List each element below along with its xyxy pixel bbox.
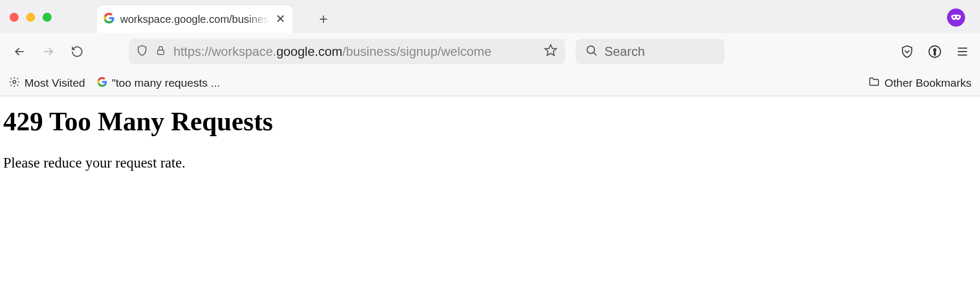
bookmark-too-many-requests[interactable]: "too many requests ...	[97, 77, 220, 90]
minimize-window-button[interactable]	[26, 13, 35, 22]
search-icon	[585, 44, 598, 59]
tab-strip: workspace.google.com/business ✕ +	[97, 0, 334, 33]
shield-icon[interactable]	[136, 44, 148, 59]
maximize-window-button[interactable]	[43, 13, 52, 22]
google-favicon-icon	[97, 77, 107, 90]
svg-point-5	[934, 49, 936, 51]
svg-point-3	[587, 46, 595, 54]
folder-icon	[868, 76, 881, 90]
close-tab-icon[interactable]: ✕	[275, 12, 286, 26]
browser-tab[interactable]: workspace.google.com/business ✕	[97, 5, 293, 33]
bookmark-other-bookmarks[interactable]: Other Bookmarks	[868, 76, 971, 90]
bookmark-star-icon[interactable]	[544, 44, 558, 60]
error-message: Please reduce your request rate.	[3, 155, 977, 171]
bookmark-label: Most Visited	[24, 77, 85, 89]
profile-private-badge[interactable]	[947, 9, 965, 27]
forward-button[interactable]	[39, 43, 57, 61]
search-placeholder: Search	[604, 44, 645, 59]
reload-button[interactable]	[68, 43, 86, 61]
error-heading: 429 Too Many Requests	[3, 106, 977, 137]
new-tab-button[interactable]: +	[313, 9, 334, 30]
toolbar: https://workspace.google.com/business/si…	[0, 33, 980, 70]
hamburger-menu-icon[interactable]	[956, 45, 969, 59]
search-bar[interactable]: Search	[576, 39, 725, 64]
gear-icon	[9, 76, 20, 90]
svg-point-0	[953, 16, 955, 18]
bookmark-label: Other Bookmarks	[885, 77, 971, 89]
tab-title: workspace.google.com/business	[120, 13, 269, 26]
svg-point-1	[957, 16, 959, 18]
svg-rect-2	[157, 50, 164, 54]
bookmark-most-visited[interactable]: Most Visited	[9, 76, 85, 90]
titlebar: workspace.google.com/business ✕ +	[0, 0, 980, 33]
svg-rect-6	[934, 52, 935, 55]
bookmark-label: "too many requests ...	[112, 77, 220, 89]
address-bar[interactable]: https://workspace.google.com/business/si…	[129, 39, 565, 64]
lock-icon[interactable]	[155, 44, 166, 59]
page-content: 429 Too Many Requests Please reduce your…	[0, 96, 980, 181]
mask-icon	[950, 14, 962, 21]
toolbar-right	[900, 45, 969, 59]
close-window-button[interactable]	[10, 13, 19, 22]
account-icon[interactable]	[928, 45, 942, 59]
url-text: https://workspace.google.com/business/si…	[173, 44, 536, 59]
bookmarks-bar: Most Visited "too many requests ... Othe…	[0, 70, 980, 96]
window-controls	[10, 13, 52, 22]
svg-point-7	[13, 80, 16, 84]
pocket-icon[interactable]	[900, 45, 914, 59]
back-button[interactable]	[11, 43, 29, 61]
google-favicon-icon	[103, 12, 115, 27]
